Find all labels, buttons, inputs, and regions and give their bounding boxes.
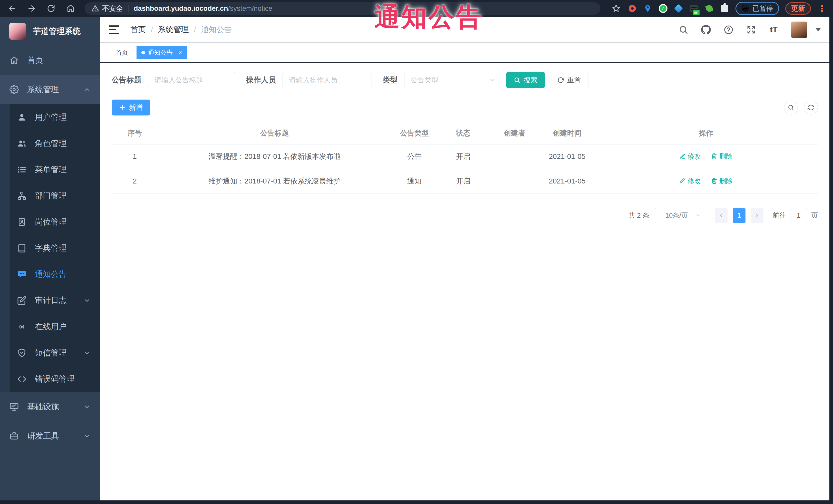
extension-leaf-icon[interactable]: [705, 4, 714, 13]
cell-type: 公告: [391, 144, 437, 169]
delete-link[interactable]: 删除: [711, 176, 733, 186]
browser-toolbar-right: ✓ on 😀 已暂停 更新 ⋮: [611, 2, 826, 15]
sidebar-item-roles[interactable]: 角色管理: [0, 130, 100, 157]
extension-puzzle-icon[interactable]: [720, 4, 729, 13]
sidebar-collapse-icon[interactable]: [109, 25, 119, 34]
goto-unit-label: 页: [811, 211, 818, 220]
user-icon: [17, 113, 27, 122]
menu-list-icon: [17, 165, 27, 174]
profile-paused-chip[interactable]: 😀 已暂停: [736, 2, 779, 15]
page-number-button[interactable]: 1: [733, 208, 745, 223]
cell-created: 2021-01-05: [540, 169, 594, 193]
sidebar-item-dictionary[interactable]: 字典管理: [0, 235, 100, 261]
browser-back-button[interactable]: [7, 3, 18, 14]
notice-type-select[interactable]: [404, 72, 501, 88]
annotation-overlay-title: 通知公告: [374, 0, 483, 34]
page-size-select[interactable]: 10条/页: [655, 208, 705, 223]
tag-home[interactable]: 首页: [111, 46, 133, 59]
extension-ring-icon[interactable]: [628, 4, 637, 13]
fullscreen-icon[interactable]: [746, 24, 757, 35]
type-label: 类型: [383, 75, 398, 85]
address-divider: [128, 5, 128, 12]
browser-update-button[interactable]: 更新: [785, 2, 811, 15]
notice-table: 序号 公告标题 公告类型 状态 创建者 创建时间 操作 1 温馨提醒：2018-…: [112, 122, 818, 194]
add-button[interactable]: 新增: [112, 100, 150, 116]
close-icon[interactable]: ×: [178, 50, 182, 56]
sidebar-item-menus[interactable]: 菜单管理: [0, 157, 100, 183]
col-actions: 操作: [594, 122, 818, 144]
edit-link[interactable]: 修改: [679, 152, 701, 161]
book-icon: [17, 243, 27, 253]
prev-page-button[interactable]: [715, 208, 728, 223]
notice-title-label: 公告标题: [112, 75, 141, 85]
sidebar-item-home[interactable]: 首页: [0, 46, 100, 75]
gear-icon: [9, 85, 19, 94]
table-row: 2 维护通知：2018-07-01 若依系统凌晨维护 通知 开启 2021-01…: [112, 169, 818, 193]
monitor-icon: [9, 402, 19, 412]
extension-stack-icon[interactable]: on: [689, 4, 698, 13]
search-filter-form: 公告标题 操作人员 类型 搜索: [112, 72, 818, 88]
system-submenu: 用户管理 角色管理 菜单管理 部门管理: [0, 104, 100, 392]
breadcrumb-current: 通知公告: [201, 24, 232, 35]
sidebar-item-notice[interactable]: 通知公告: [0, 261, 100, 287]
sidebar-item-error-codes[interactable]: 错误码管理: [0, 366, 100, 392]
edit-link[interactable]: 修改: [679, 176, 701, 186]
delete-link[interactable]: 删除: [711, 152, 733, 161]
sidebar-item-infrastructure[interactable]: 基础设施: [0, 392, 100, 422]
url-path: /system/notice: [228, 5, 272, 13]
profile-emoji-avatar: 😀: [741, 5, 749, 12]
user-avatar[interactable]: [791, 22, 807, 38]
search-icon[interactable]: [678, 24, 689, 35]
sidebar: 芋道管理系统 首页 系统管理 用户管理: [0, 17, 100, 500]
browser-home-button[interactable]: [65, 3, 76, 14]
pagination-total: 共 2 条: [628, 211, 649, 220]
extension-green-circle-icon[interactable]: ✓: [659, 4, 668, 13]
window-edge-right: [829, 17, 833, 504]
app-logo-row: 芋道管理系统: [0, 17, 100, 46]
window-edge-bottom: [0, 500, 833, 504]
avatar-caret-icon[interactable]: [815, 28, 821, 31]
browser-reload-button[interactable]: [46, 3, 56, 14]
url-host: dashboard.yudao.iocoder.cn: [134, 5, 228, 13]
cell-actions: 修改 删除: [594, 144, 818, 169]
sidebar-item-audit-log[interactable]: 审计日志: [0, 287, 100, 314]
font-size-icon[interactable]: tT: [768, 24, 779, 35]
extension-pin-icon[interactable]: [643, 4, 652, 13]
shield-icon: [17, 348, 27, 358]
goto-page-input[interactable]: [790, 208, 807, 223]
notice-title-input[interactable]: [148, 72, 235, 88]
next-page-button[interactable]: [751, 208, 763, 223]
browser-menu-icon[interactable]: ⋮: [817, 6, 826, 11]
sidebar-item-users[interactable]: 用户管理: [0, 104, 100, 130]
insecure-warning-icon: [91, 5, 99, 12]
main-content: 公告标题 操作人员 类型 搜索: [100, 63, 829, 500]
address-bar[interactable]: 不安全 dashboard.yudao.iocoder.cn /system/n…: [85, 2, 600, 15]
tag-notice[interactable]: 通知公告 ×: [137, 46, 187, 59]
breadcrumb-home[interactable]: 首页: [130, 24, 146, 35]
sidebar-item-system[interactable]: 系统管理: [0, 75, 100, 104]
col-no: 序号: [112, 122, 158, 144]
browser-forward-button[interactable]: [26, 3, 37, 14]
home-icon: [9, 55, 19, 65]
sidebar-item-departments[interactable]: 部门管理: [0, 183, 100, 209]
github-icon[interactable]: [700, 24, 711, 35]
refresh-table-button[interactable]: [804, 101, 818, 115]
toolbox-icon: [9, 431, 19, 441]
app-logo: [9, 23, 26, 40]
help-icon[interactable]: [723, 24, 734, 35]
sidebar-item-dev-tools[interactable]: 研发工具: [0, 422, 100, 451]
breadcrumb-system[interactable]: 系统管理: [158, 24, 189, 35]
message-icon: [17, 269, 27, 279]
navbar-tools: tT: [678, 22, 821, 38]
sidebar-item-posts[interactable]: 岗位管理: [0, 209, 100, 235]
operator-input[interactable]: [283, 72, 372, 88]
toggle-search-button[interactable]: [784, 101, 798, 115]
bookmark-star-icon[interactable]: [611, 3, 622, 14]
col-status: 状态: [437, 122, 489, 144]
search-button[interactable]: 搜索: [506, 72, 545, 88]
table-row: 1 温馨提醒：2018-07-01 若依新版本发布啦 公告 开启 2021-01…: [112, 144, 818, 169]
reset-button[interactable]: 重置: [550, 72, 589, 88]
extension-diamond-icon[interactable]: [674, 4, 683, 13]
sidebar-item-online-users[interactable]: 在线用户: [0, 314, 100, 340]
sidebar-item-sms[interactable]: 短信管理: [0, 340, 100, 366]
